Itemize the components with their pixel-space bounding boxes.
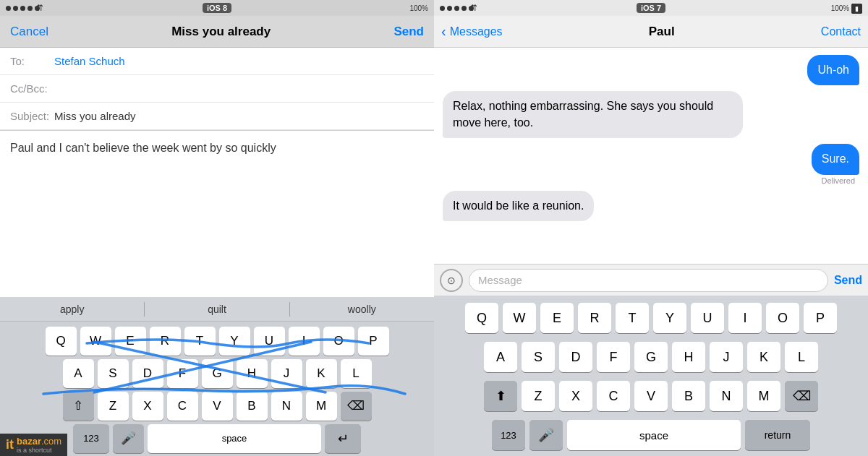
- message-input[interactable]: Message: [469, 269, 828, 292]
- shift-key[interactable]: ⇧: [63, 392, 94, 421]
- to-label: To:: [10, 55, 50, 67]
- key-n[interactable]: N: [271, 392, 302, 421]
- key-q[interactable]: Q: [46, 327, 77, 356]
- messages-body: Uh-oh Relax, nothing embarrassing. She s…: [434, 48, 868, 264]
- send-button[interactable]: Send: [393, 25, 424, 39]
- key-b[interactable]: B: [237, 392, 268, 421]
- suggestion-woolly[interactable]: woolly: [290, 304, 434, 315]
- rkey-delete[interactable]: ⌫: [785, 381, 818, 411]
- key-w[interactable]: W: [80, 327, 111, 356]
- cancel-button[interactable]: Cancel: [10, 25, 48, 39]
- rkey-space[interactable]: space: [567, 420, 741, 450]
- rkey-r[interactable]: R: [578, 303, 611, 333]
- subject-field-row[interactable]: Subject: Miss you already: [0, 103, 434, 130]
- number-key[interactable]: 123: [73, 424, 109, 453]
- rkey-j[interactable]: J: [710, 342, 743, 372]
- contact-link[interactable]: Contact: [821, 25, 861, 38]
- rkey-y[interactable]: Y: [653, 303, 686, 333]
- rkey-s[interactable]: S: [522, 342, 555, 372]
- rkey-c[interactable]: C: [597, 381, 630, 411]
- cc-field-row[interactable]: Cc/Bcc:: [0, 75, 434, 103]
- contact-name: Paul: [649, 25, 675, 39]
- return-key[interactable]: ↵: [325, 424, 361, 453]
- rkey-return[interactable]: return: [745, 420, 810, 450]
- rkey-123[interactable]: 123: [492, 420, 525, 450]
- rkey-o[interactable]: O: [766, 303, 799, 333]
- back-button[interactable]: ‹ Messages: [441, 23, 503, 40]
- key-y[interactable]: Y: [219, 327, 250, 356]
- bubble-relax: Relax, nothing embarrassing. She says yo…: [443, 91, 743, 138]
- rkey-i[interactable]: I: [728, 303, 762, 333]
- to-field-row[interactable]: To: Stefan Schuch: [0, 48, 434, 75]
- key-s[interactable]: S: [98, 359, 129, 388]
- key-t[interactable]: T: [184, 327, 216, 356]
- message-send-button[interactable]: Send: [834, 274, 862, 287]
- rkey-n[interactable]: N: [710, 381, 743, 411]
- rkey-t[interactable]: T: [616, 303, 649, 333]
- key-o[interactable]: O: [323, 327, 354, 356]
- key-a[interactable]: A: [63, 359, 94, 388]
- key-i[interactable]: I: [289, 327, 320, 356]
- rkey-m[interactable]: M: [747, 381, 780, 411]
- key-row-1: Q W E R T Y U I O P: [3, 327, 431, 356]
- rkey-z[interactable]: Z: [522, 381, 555, 411]
- rkey-mic[interactable]: 🎤: [529, 420, 563, 450]
- camera-icon[interactable]: ⊙: [440, 269, 463, 292]
- key-r[interactable]: R: [150, 327, 181, 356]
- key-e[interactable]: E: [115, 327, 146, 356]
- rkey-h[interactable]: H: [672, 342, 705, 372]
- bubble-sure: Sure.: [812, 144, 859, 174]
- rkey-l[interactable]: L: [785, 342, 818, 372]
- subject-label: Subject:: [10, 110, 50, 122]
- key-c[interactable]: C: [167, 392, 198, 421]
- suggestion-quilt[interactable]: quilt: [145, 304, 289, 315]
- key-u[interactable]: U: [254, 327, 285, 356]
- right-key-row-2: A S D F G H J K L: [437, 342, 865, 372]
- cc-label: Cc/Bcc:: [10, 82, 48, 95]
- delete-key[interactable]: ⌫: [341, 392, 372, 421]
- key-x[interactable]: X: [132, 392, 163, 421]
- key-f[interactable]: F: [167, 359, 198, 388]
- key-h[interactable]: H: [237, 359, 268, 388]
- signal-dots-left: [6, 6, 40, 11]
- rkey-f[interactable]: F: [597, 342, 630, 372]
- rkey-w[interactable]: W: [503, 303, 536, 333]
- key-m[interactable]: M: [306, 392, 337, 421]
- mic-key[interactable]: 🎤: [113, 424, 144, 453]
- space-key[interactable]: space: [148, 424, 321, 453]
- key-v[interactable]: V: [202, 392, 233, 421]
- key-d[interactable]: D: [132, 359, 163, 388]
- rkey-d[interactable]: D: [559, 342, 592, 372]
- rkey-x[interactable]: X: [559, 381, 592, 411]
- watermark-brand: bazar.com: [17, 436, 61, 447]
- rkey-k[interactable]: K: [747, 342, 780, 372]
- rkey-q[interactable]: Q: [465, 303, 498, 333]
- rkey-a[interactable]: A: [484, 342, 517, 372]
- suggestion-apply[interactable]: apply: [0, 304, 144, 315]
- back-label: Messages: [450, 25, 503, 38]
- right-key-row-1: Q W E R T Y U I O P: [437, 303, 865, 333]
- right-key-rows: Q W E R T Y U I O P A S D F G H J K: [434, 296, 868, 456]
- mail-body-text: Paul and I can't believe the week went b…: [10, 142, 276, 154]
- rkey-g[interactable]: G: [634, 342, 668, 372]
- right-panel-ios7: ⇈ iOS 7 100% ▮ ‹ Messages Paul Contact U…: [434, 0, 868, 456]
- key-l[interactable]: L: [341, 359, 372, 388]
- subject-value: Miss you already: [54, 110, 136, 122]
- key-row-3: ⇧ Z X C V B N M ⌫: [3, 392, 431, 421]
- key-p[interactable]: P: [358, 327, 389, 356]
- rkey-v[interactable]: V: [634, 381, 668, 411]
- keyboard-suggestions: apply quilt woolly: [0, 297, 434, 322]
- message-placeholder: Message: [478, 274, 522, 286]
- key-z[interactable]: Z: [98, 392, 129, 421]
- rkey-b[interactable]: B: [672, 381, 705, 411]
- key-k[interactable]: K: [306, 359, 337, 388]
- rkey-u[interactable]: U: [691, 303, 724, 333]
- right-key-row-4: 123 🎤 space return: [437, 420, 865, 450]
- rkey-p[interactable]: P: [804, 303, 837, 333]
- rkey-e[interactable]: E: [540, 303, 574, 333]
- left-panel-ios8: ⇈ iOS 8 100% Cancel Miss you already Sen…: [0, 0, 434, 456]
- rkey-shift[interactable]: ⬆: [484, 381, 517, 411]
- key-g[interactable]: G: [202, 359, 233, 388]
- key-j[interactable]: J: [271, 359, 302, 388]
- mail-body[interactable]: Paul and I can't believe the week went b…: [0, 131, 434, 297]
